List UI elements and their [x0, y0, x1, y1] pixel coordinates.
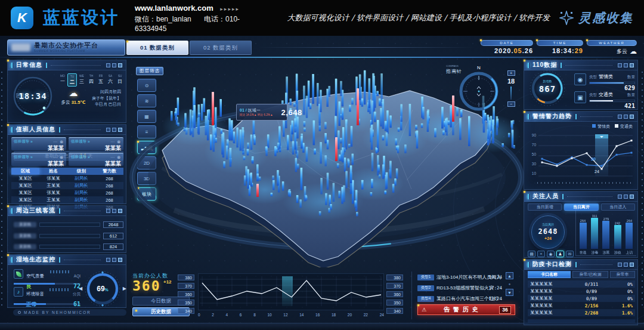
header-name[interactable]: 卡口名称	[528, 271, 571, 278]
x-tick: 4	[226, 313, 228, 317]
gauge-right-arrow[interactable]: ▶	[123, 286, 126, 291]
y-axis-pill: 340	[178, 308, 194, 314]
checkpoint-header: 卡口名称 异常/已检测 异常率	[528, 271, 635, 278]
panel-pin-icon[interactable]	[112, 128, 116, 132]
trend-legend: 警情类 交通类	[592, 124, 633, 129]
weather-widget: WEATHER 多云☁	[587, 40, 637, 56]
duty-card[interactable]: 值班领导»⋯ ⊗某某某	[11, 153, 66, 166]
time-value: 18:34:29	[552, 47, 583, 55]
panel-pin-icon[interactable]	[624, 115, 628, 119]
panel-minimize-icon[interactable]	[618, 263, 622, 267]
y-axis-pill: 360	[386, 291, 403, 297]
panel-expand-icon[interactable]	[630, 195, 634, 199]
focus-bar: 242涉稳	[614, 221, 621, 255]
zoom-out-button[interactable]: −	[507, 101, 515, 107]
alert-time: 17:24	[488, 285, 502, 291]
wechat-id: 微信：ben_lanlan	[135, 15, 191, 23]
alert-time: 13:24	[488, 296, 502, 301]
eye-icon[interactable]: ◉	[547, 251, 555, 257]
person-icon[interactable]: ♟	[556, 251, 564, 257]
panel-minimize-icon[interactable]	[106, 258, 110, 262]
zoom-in-button[interactable]: +	[507, 70, 515, 76]
y-tick: 30	[528, 162, 536, 166]
header-detected[interactable]: 异常/已检测	[572, 271, 608, 278]
panel-minimize-icon[interactable]	[618, 63, 622, 67]
x-tick: 8	[253, 313, 256, 317]
y-axis-pill: 340	[386, 308, 403, 314]
duty-card[interactable]: 值班领导»⋯ ⊗某某某	[69, 137, 123, 150]
flow-bar-row: 某某线 612	[14, 233, 123, 239]
focus-count-circle: 当日离开 2648 +24	[531, 215, 565, 249]
website-line: www.lanlanwork.com ▸▸▸▸▸	[135, 4, 277, 13]
legend-traffic[interactable]: 交通类	[615, 124, 633, 129]
duty-card[interactable]: 值班领导»⋯ ⊗某某某	[69, 153, 123, 166]
panel-expand-icon[interactable]	[630, 263, 634, 267]
panel-expand-icon[interactable]	[118, 209, 122, 213]
y-tick: 50	[528, 152, 536, 156]
header-rate[interactable]: 异常率	[610, 271, 635, 278]
panel-title: 湿地生态监控	[16, 255, 55, 264]
alert-history-button[interactable]: ⚠ 告警历史 36	[417, 304, 515, 315]
police-alarm-icon: ◉	[574, 73, 586, 85]
panel-pin-icon[interactable]	[112, 63, 116, 67]
panel-pin-icon[interactable]	[624, 63, 628, 67]
panel-minimize-icon[interactable]	[106, 209, 110, 213]
tab-new-today[interactable]: 当日新增	[528, 203, 562, 211]
x-tick: 20	[348, 313, 352, 317]
noise-icon: ♪	[14, 287, 23, 297]
panel-minimize-icon[interactable]	[106, 63, 110, 67]
noise-slider[interactable]	[14, 303, 80, 305]
y-tick: 70	[528, 143, 536, 147]
y-axis-pill: 380	[386, 275, 403, 280]
panel-expand-icon[interactable]	[118, 63, 122, 67]
scroll-up-button[interactable]: ▲	[506, 272, 513, 279]
key-icon[interactable]: ⚬	[537, 251, 545, 257]
contact-line: 微信：ben_lanlan 电话：010-63334945	[135, 14, 277, 33]
weekday: SU日	[115, 73, 125, 87]
alarm-type-row: ◉ 类型警情类数量 629	[574, 73, 635, 91]
panel-pin-icon[interactable]	[624, 263, 628, 267]
vehicle-icon[interactable]: ▤	[528, 251, 535, 257]
panel-minimize-icon[interactable]	[106, 128, 110, 132]
tab-data-category-2[interactable]: 02 数据类别	[190, 41, 252, 55]
panel-pin-icon[interactable]	[624, 195, 628, 199]
gauge-value: 867	[529, 84, 566, 94]
x-tick: 6	[240, 313, 242, 317]
panel-expand-icon[interactable]	[118, 258, 122, 262]
table-row: 某某区王某某副局长268	[11, 182, 123, 189]
panel-pin-icon[interactable]	[112, 209, 116, 213]
panel-police-trend: 警情警力趋势 警情类 交通类 9070503010 30 24	[524, 111, 638, 190]
table-header-row: 区域姓名级别警力数	[11, 168, 123, 175]
tab-data-category-1[interactable]: 01 数据类别	[126, 41, 188, 55]
promo-banner: K 蓝蓝设计 www.lanlanwork.com ▸▸▸▸▸ 微信：ben_l…	[0, 0, 644, 36]
table-row: 某某区张某某副局长268	[11, 189, 123, 196]
card-action-icons[interactable]: ⋯ ⊗	[110, 155, 121, 160]
cloud-sun-icon: ☁	[60, 88, 86, 98]
weekday: WE三	[77, 73, 86, 87]
panel-title: 警情警力趋势	[532, 112, 572, 121]
legend-alarm[interactable]: 警情类	[592, 124, 610, 129]
traffic-type-row: ▣ 类型交通类数量 421	[574, 91, 635, 109]
panel-minimize-icon[interactable]	[618, 195, 622, 199]
scroll-down-button[interactable]: ▼	[506, 289, 513, 296]
panel-expand-icon[interactable]	[118, 128, 122, 132]
air-slider[interactable]	[14, 283, 80, 285]
card-action-icons[interactable]: ⋯ ⊗	[53, 155, 64, 160]
panel-expand-icon[interactable]	[630, 63, 634, 67]
zoom-slider[interactable]	[510, 87, 512, 100]
duty-card[interactable]: 值班领导»⋯ ⊗某某某	[11, 137, 66, 150]
bottom-divider	[411, 272, 412, 319]
website-url[interactable]: www.lanlanwork.com	[135, 4, 213, 13]
weekday: SA六	[106, 73, 115, 87]
panel-expand-icon[interactable]	[630, 115, 634, 119]
card-action-icons[interactable]: ⋯ ⊗	[110, 140, 121, 144]
focus-bar-chart: 264在逃311涉毒279涉黑242涉稳264上访	[575, 207, 636, 256]
brand-logo-icon: K	[11, 7, 33, 29]
checkpoint-row: 某某某某某0/3110%	[528, 280, 635, 288]
message-icon[interactable]: ✉	[566, 251, 574, 257]
panel-pin-icon[interactable]	[112, 258, 116, 262]
panel-minimize-icon[interactable]	[618, 115, 622, 119]
office-count-delta: +12	[163, 279, 172, 285]
gauge-left-arrow[interactable]: ◀	[79, 286, 82, 291]
card-action-icons[interactable]: ⋯ ⊗	[53, 140, 64, 144]
